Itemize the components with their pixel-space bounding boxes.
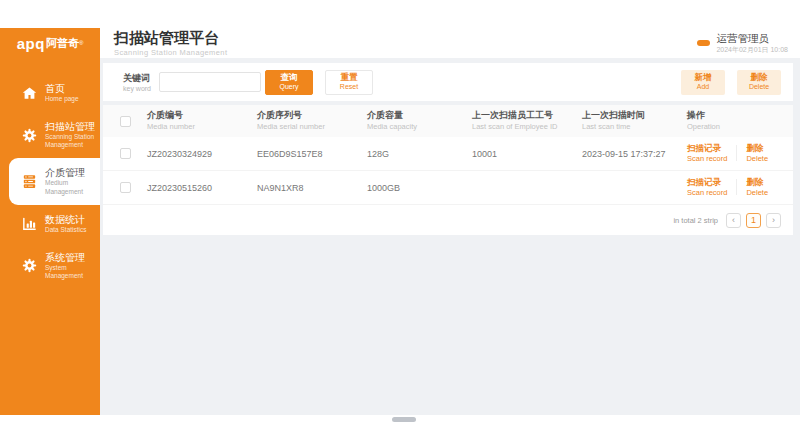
- pagination-total: in total 2 strip: [673, 216, 718, 225]
- column-header-media-number: 介质编号 Media number: [147, 110, 257, 131]
- prev-page-button[interactable]: ‹: [726, 213, 741, 228]
- user-name: 运营管理员: [716, 32, 788, 45]
- cell-serial: NA9N1XR8: [257, 183, 367, 193]
- delete-row-link[interactable]: 删除 Delete: [746, 143, 768, 164]
- cell-operations: 扫描记录 Scan record 删除 Delete: [687, 177, 793, 198]
- next-page-button[interactable]: ›: [766, 213, 781, 228]
- filter-bar: 关键词 key word 查询 Query 重置 Reset 新增 Add: [103, 63, 793, 101]
- current-datetime: 2024年02月01日 10:08: [716, 45, 788, 54]
- row-checkbox[interactable]: [120, 148, 131, 159]
- page-1-button[interactable]: 1: [746, 213, 761, 228]
- table-row: JZ20230324929 EE06D9S157E8 128G 10001 20…: [103, 137, 793, 171]
- column-header-scan-time: 上一次扫描时间 Last scan time: [582, 110, 687, 131]
- sidebar-item-system-management[interactable]: 系统管理 System Management: [9, 243, 100, 289]
- sidebar-item-label: 数据统计 Data Statistics: [45, 214, 87, 234]
- cell-media-number: JZ20230324929: [147, 149, 257, 159]
- column-header-operation: 操作 Operation: [687, 110, 793, 131]
- row-checkbox[interactable]: [120, 182, 131, 193]
- divider: [736, 145, 737, 161]
- scan-record-link[interactable]: 扫描记录 Scan record: [687, 143, 727, 164]
- column-header-serial: 介质序列号 Media serial number: [257, 110, 367, 131]
- brand-text-cn: 阿普奇: [46, 36, 79, 51]
- cell-capacity: 128G: [367, 149, 472, 159]
- pagination: in total 2 strip ‹ 1 ›: [103, 205, 793, 235]
- column-header-employee-id: 上一次扫描员工工号 Last scan of Employee ID: [472, 110, 582, 131]
- table-header-row: 介质编号 Media number 介质序列号 Media serial num…: [103, 105, 793, 137]
- cell-serial: EE06D9S157E8: [257, 149, 367, 159]
- column-header-capacity: 介质容量 Media capacity: [367, 110, 472, 131]
- sidebar-item-label: 介质管理 Medium Management: [45, 167, 98, 195]
- content-area: 关键词 key word 查询 Query 重置 Reset 新增 Add: [100, 58, 800, 415]
- user-avatar-icon: [697, 40, 710, 46]
- sidebar-item-medium-management[interactable]: 介质管理 Medium Management: [9, 158, 100, 204]
- table-row: JZ20230515260 NA9N1XR8 1000GB 扫描记录 Scan …: [103, 171, 793, 205]
- query-button[interactable]: 查询 Query: [265, 70, 313, 95]
- select-all-checkbox[interactable]: [120, 116, 131, 127]
- page-subtitle: Scanning Station Management: [114, 48, 227, 57]
- cell-capacity: 1000GB: [367, 183, 472, 193]
- server-icon: [20, 173, 38, 191]
- bar-chart-icon: [20, 215, 38, 233]
- reset-button[interactable]: 重置 Reset: [325, 70, 373, 95]
- gear-icon: [20, 257, 38, 275]
- screen: apq阿普奇® 首页 Home page: [0, 0, 800, 447]
- keyword-label: 关键词 key word: [123, 72, 151, 92]
- title-block: 扫描站管理平台 Scanning Station Management: [114, 30, 227, 57]
- cell-scan-time: 2023-09-15 17:37:27: [582, 149, 687, 159]
- media-table: 介质编号 Media number 介质序列号 Media serial num…: [103, 105, 793, 235]
- sidebar-item-label: 首页 Home page: [45, 83, 79, 103]
- divider: [736, 179, 737, 195]
- delete-button[interactable]: 删除 Delete: [737, 70, 781, 95]
- add-button[interactable]: 新增 Add: [681, 70, 725, 95]
- sidebar-item-label: 扫描站管理 Scanning Station Management: [45, 121, 98, 149]
- home-icon: [20, 84, 38, 102]
- sidebar-item-home[interactable]: 首页 Home page: [9, 74, 100, 112]
- cell-operations: 扫描记录 Scan record 删除 Delete: [687, 143, 793, 164]
- horizontal-scrollbar[interactable]: [392, 417, 416, 422]
- app-header: 扫描站管理平台 Scanning Station Management 运营管理…: [100, 28, 800, 58]
- gear-icon: [20, 126, 38, 144]
- cell-employee-id: 10001: [472, 149, 582, 159]
- delete-row-link[interactable]: 删除 Delete: [746, 177, 768, 198]
- registered-mark: ®: [79, 40, 83, 46]
- brand-text: apq: [17, 35, 45, 52]
- brand-logo: apq阿普奇®: [0, 28, 100, 58]
- sidebar: apq阿普奇® 首页 Home page: [0, 28, 100, 415]
- user-info: 运营管理员 2024年02月01日 10:08: [716, 32, 788, 54]
- page-title: 扫描站管理平台: [114, 30, 227, 47]
- user-block[interactable]: 运营管理员 2024年02月01日 10:08: [697, 30, 788, 54]
- sidebar-item-data-statistics[interactable]: 数据统计 Data Statistics: [9, 205, 100, 243]
- sidebar-nav: 首页 Home page: [0, 58, 100, 289]
- cell-media-number: JZ20230515260: [147, 183, 257, 193]
- scan-record-link[interactable]: 扫描记录 Scan record: [687, 177, 727, 198]
- main-area: 扫描站管理平台 Scanning Station Management 运营管理…: [100, 28, 800, 415]
- app-window: apq阿普奇® 首页 Home page: [0, 28, 800, 415]
- keyword-input[interactable]: [159, 72, 261, 92]
- sidebar-item-scanning-station[interactable]: 扫描站管理 Scanning Station Management: [9, 112, 100, 158]
- sidebar-item-label: 系统管理 System Management: [45, 252, 98, 280]
